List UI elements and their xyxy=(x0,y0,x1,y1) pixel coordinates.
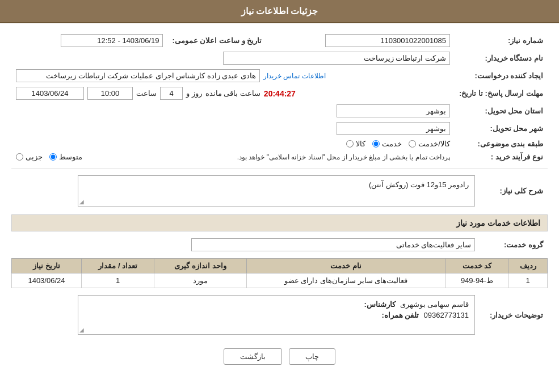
label-buyer-notes: توضیحات خریدار: xyxy=(480,293,548,337)
radio-kala-label: کالا xyxy=(356,140,365,148)
label-phone: تلفن همراه: xyxy=(382,311,419,319)
radio-jozi[interactable]: جزیی xyxy=(16,153,43,161)
group-box: سایر فعالیت‌های خدماتی xyxy=(191,238,475,251)
description-box: رادومر 15و12 فوت (روکش آنتن) ◢ xyxy=(78,175,475,206)
label-creator: ایجاد کننده درخواست: xyxy=(455,67,548,85)
label-purchase-type: نوع فرآیند خرید : xyxy=(455,150,548,163)
radio-kala-khedmat-label: کالا/خدمت xyxy=(418,140,450,148)
value-phone: 09362773131 xyxy=(423,311,469,319)
label-name-station: نام دستگاه خریدار: xyxy=(455,49,548,67)
label-province: استان محل تحویل: xyxy=(455,102,548,120)
radio-jozi-label: جزیی xyxy=(26,153,43,161)
label-group: گروه خدمت: xyxy=(480,236,548,254)
col-date: تاریخ نیاز xyxy=(12,259,82,273)
announce-box: 1403/06/19 - 12:52 xyxy=(61,34,163,47)
col-qty: تعداد / مقدار xyxy=(81,259,154,273)
purchase-note: پرداخت تمام یا بخشی از مبلغ خریدار از مح… xyxy=(91,153,450,161)
page-title: جزئیات اطلاعات نیاز xyxy=(0,0,559,23)
province-box: بوشهر xyxy=(337,104,450,117)
print-button[interactable]: چاپ xyxy=(289,348,335,365)
name-station-box: شرکت ارتباطات زیرساخت xyxy=(223,52,450,65)
city-box: بوشهر xyxy=(337,122,450,135)
contact-link[interactable]: اطلاعات تماس خریدار xyxy=(263,72,326,80)
value-announce: 1403/06/19 - 12:52 xyxy=(11,32,167,49)
label-description: شرح کلی نیاز: xyxy=(480,173,548,209)
services-table: ردیف کد خدمت نام خدمت واحد اندازه گیری ت… xyxy=(11,258,548,288)
col-rownum: ردیف xyxy=(508,259,548,273)
buyer-notes-box: قاسم سهامی بوشهری کارشناس: 09362773131 ت… xyxy=(78,295,475,335)
radio-khedmat[interactable]: خدمت xyxy=(372,140,402,148)
radio-motavaset[interactable]: متوسط xyxy=(49,153,82,161)
button-group: چاپ بازگشت xyxy=(11,348,548,365)
label-category: طبقه بندی موضوعی: xyxy=(455,137,548,150)
value-shomara: 1103001022001085 xyxy=(266,32,455,49)
label-city: شهر محل تحویل: xyxy=(455,120,548,137)
services-section-title: اطلاعات خدمات مورد نیاز xyxy=(11,214,548,231)
radio-motavaset-label: متوسط xyxy=(59,153,82,161)
remaining-time: 20:44:27 xyxy=(264,89,296,98)
col-name: نام خدمت xyxy=(246,259,445,273)
creator-box: هادی عبدی زاده کارشناس اجرای عملیات شرکت… xyxy=(16,69,260,82)
col-unit: واحد اندازه گیری xyxy=(154,259,246,273)
label-deadline: مهلت ارسال پاسخ: تا تاریخ: xyxy=(455,85,548,102)
radio-kala[interactable]: کالا xyxy=(346,140,365,148)
shomara-box: 1103001022001085 xyxy=(325,34,450,47)
table-row: 1ط-94-949فعالیت‌های سایر سازمان‌های دارا… xyxy=(12,273,548,288)
radio-khedmat-label: خدمت xyxy=(382,140,402,148)
description-content: رادومر 15و12 فوت (روکش آنتن) xyxy=(369,180,469,189)
resize-handle-2[interactable]: ◢ xyxy=(79,327,84,333)
days-box: 4 xyxy=(160,87,183,100)
label-expert: کارشناس: xyxy=(364,300,395,309)
label-announce: تاریخ و ساعت اعلان عمومی: xyxy=(167,32,266,49)
radio-kala-khedmat[interactable]: کالا/خدمت xyxy=(409,140,450,148)
value-expert: قاسم سهامی بوشهری xyxy=(400,300,469,309)
label-and-days: روز و xyxy=(186,89,202,98)
label-shomara: شماره نیاز: xyxy=(455,32,548,49)
time-box: 10:00 xyxy=(87,87,133,100)
col-code: کد خدمت xyxy=(445,259,508,273)
date-box: 1403/06/24 xyxy=(16,87,84,100)
label-remaining: ساعت باقی مانده xyxy=(205,89,260,98)
resize-handle[interactable]: ◢ xyxy=(79,199,84,205)
back-button[interactable]: بازگشت xyxy=(224,348,282,365)
label-time: ساعت xyxy=(136,89,157,98)
